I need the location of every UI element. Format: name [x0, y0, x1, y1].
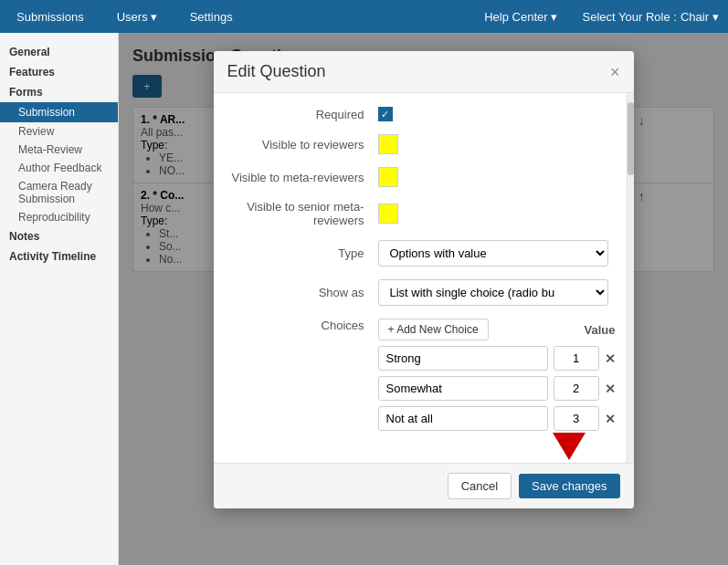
add-choice-button[interactable]: + Add New Choice — [378, 319, 489, 340]
sidebar-item-forms[interactable]: Forms — [0, 82, 118, 102]
nav-users[interactable]: Users ▾ — [110, 10, 164, 24]
nav-submissions[interactable]: Submissions — [9, 10, 91, 24]
remove-choice-2[interactable]: ✕ — [605, 382, 616, 396]
sidebar-item-review[interactable]: Review — [0, 122, 118, 141]
page-container: General Features Forms Submission Review… — [0, 33, 728, 565]
choices-row: Choices + Add New Choice Value — [232, 319, 608, 436]
visible-senior-label: Visible to senior meta-reviewers — [232, 200, 378, 227]
required-checkbox[interactable] — [378, 107, 393, 121]
sidebar-item-author-feedback[interactable]: Author Feedback — [0, 159, 118, 177]
visible-reviewers-label: Visible to reviewers — [232, 138, 378, 152]
sidebar: General Features Forms Submission Review… — [0, 33, 119, 565]
modal-footer: Cancel Save changes — [214, 463, 634, 508]
visible-reviewers-checkbox[interactable] — [378, 134, 398, 154]
choice-input-3[interactable] — [378, 406, 548, 431]
modal-close-button[interactable]: × — [610, 64, 620, 80]
visible-meta-label: Visible to meta-reviewers — [232, 171, 378, 184]
scrollbar-thumb — [628, 102, 634, 175]
choices-label: Choices — [232, 319, 378, 332]
remove-choice-3[interactable]: ✕ — [605, 412, 616, 426]
main-content: Submission Questions + 1. * AR... All pa… — [119, 33, 728, 565]
modal-scrollbar[interactable] — [627, 93, 634, 463]
show-as-row: Show as List with single choice (radio b… — [232, 279, 608, 306]
sidebar-item-general[interactable]: General — [0, 42, 118, 62]
modal-body: Required Visible to reviewers Visible to… — [214, 93, 627, 463]
required-row: Required — [232, 107, 608, 121]
value-input-1[interactable] — [554, 346, 599, 371]
required-label: Required — [232, 108, 378, 121]
sidebar-item-submission[interactable]: Submission — [0, 102, 118, 122]
type-row: Type Options with value — [232, 240, 608, 267]
nav-help-center[interactable]: Help Center ▾ — [477, 10, 564, 24]
show-as-select[interactable]: List with single choice (radio bu — [378, 279, 608, 306]
value-input-3[interactable] — [554, 406, 599, 431]
nav-settings[interactable]: Settings — [183, 10, 240, 24]
edit-question-modal: Edit Question × Required Visible to revi… — [214, 51, 634, 508]
visible-reviewers-row: Visible to reviewers — [232, 134, 608, 154]
sidebar-item-camera-ready[interactable]: Camera Ready Submission — [0, 177, 118, 208]
arrow-container — [553, 433, 586, 460]
visible-meta-row: Visible to meta-reviewers — [232, 167, 608, 187]
visible-meta-checkbox[interactable] — [378, 167, 398, 187]
modal-header: Edit Question × — [214, 51, 634, 93]
visible-senior-checkbox[interactable] — [378, 204, 398, 224]
remove-choice-1[interactable]: ✕ — [605, 351, 616, 366]
red-arrow-icon — [553, 433, 586, 460]
modal-title: Edit Question — [227, 62, 326, 81]
value-input-2[interactable] — [554, 376, 599, 401]
cancel-button[interactable]: Cancel — [448, 473, 512, 499]
sidebar-item-features[interactable]: Features — [0, 62, 118, 82]
save-changes-button[interactable]: Save changes — [519, 474, 619, 498]
sidebar-item-meta-review[interactable]: Meta-Review — [0, 141, 118, 159]
show-as-label: Show as — [232, 286, 378, 299]
type-select[interactable]: Options with value — [378, 240, 608, 267]
choice-row-1: ✕ — [378, 346, 616, 371]
choices-section: + Add New Choice Value ✕ — [378, 319, 616, 436]
sidebar-item-activity-timeline[interactable]: Activity Timeline — [0, 246, 118, 267]
navbar: Submissions Users ▾ Settings Help Center… — [0, 0, 728, 33]
choice-row-2: ✕ — [378, 376, 616, 401]
choice-row-3: ✕ — [378, 406, 616, 431]
sidebar-item-notes[interactable]: Notes — [0, 226, 118, 246]
role-selector[interactable]: Select Your Role : Chair ▾ — [583, 10, 719, 24]
type-label: Type — [232, 246, 378, 260]
choice-input-2[interactable] — [378, 376, 548, 401]
sidebar-item-reproducibility[interactable]: Reproducibility — [0, 208, 118, 226]
value-column-label: Value — [585, 323, 616, 337]
choice-input-1[interactable] — [378, 346, 548, 371]
save-button-container: Save changes — [519, 474, 619, 498]
visible-senior-row: Visible to senior meta-reviewers — [232, 200, 608, 227]
modal-overlay: Edit Question × Required Visible to revi… — [119, 33, 728, 565]
